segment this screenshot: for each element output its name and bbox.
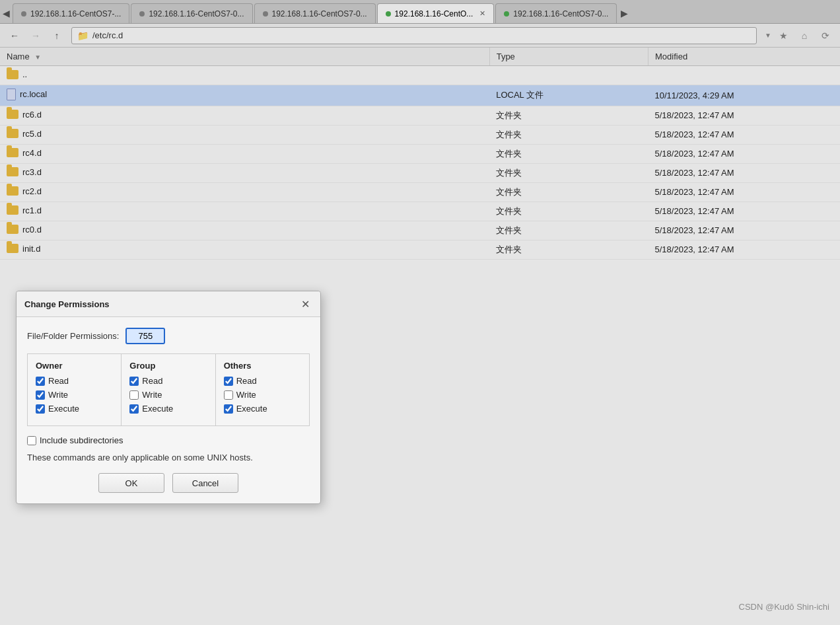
owner-write-row[interactable]: Write [36, 390, 113, 400]
owner-execute-label: Execute [48, 404, 79, 414]
perm-value-input[interactable] [125, 328, 165, 344]
owner-read-row[interactable]: Read [36, 376, 113, 386]
owner-read-checkbox[interactable] [36, 377, 45, 386]
owner-title: Owner [36, 361, 113, 371]
group-execute-row[interactable]: Execute [129, 404, 207, 414]
owner-write-label: Write [48, 390, 68, 400]
dialog-body: File/Folder Permissions: Owner Read Writ… [17, 317, 320, 503]
cancel-button[interactable]: Cancel [172, 473, 238, 493]
others-write-label: Write [236, 390, 256, 400]
group-execute-checkbox[interactable] [129, 404, 139, 414]
others-read-checkbox[interactable] [224, 377, 233, 386]
group-write-checkbox[interactable] [129, 390, 139, 400]
dialog-close-button[interactable]: ✕ [298, 297, 312, 311]
note-text: These commands are only applicable on so… [27, 452, 310, 464]
subdirs-checkbox[interactable] [27, 436, 36, 445]
group-write-row[interactable]: Write [129, 390, 207, 400]
group-read-row[interactable]: Read [129, 376, 207, 386]
dialog-title: Change Permissions [24, 299, 110, 309]
owner-write-checkbox[interactable] [36, 390, 45, 400]
owner-read-label: Read [48, 376, 69, 386]
others-read-row[interactable]: Read [224, 376, 301, 386]
dialog-overlay: Change Permissions ✕ File/Folder Permiss… [0, 0, 840, 625]
owner-execute-row[interactable]: Execute [36, 404, 113, 414]
change-permissions-dialog: Change Permissions ✕ File/Folder Permiss… [16, 291, 321, 504]
subdirs-label: Include subdirectories [40, 435, 123, 445]
others-execute-checkbox[interactable] [224, 404, 233, 414]
owner-execute-checkbox[interactable] [36, 404, 45, 414]
others-write-checkbox[interactable] [224, 390, 233, 400]
others-execute-row[interactable]: Execute [224, 404, 301, 414]
group-write-label: Write [142, 390, 162, 400]
perm-label: File/Folder Permissions: [27, 331, 119, 341]
dialog-buttons: OK Cancel [27, 473, 310, 496]
subdirs-row[interactable]: Include subdirectories [27, 435, 310, 445]
group-read-checkbox[interactable] [129, 377, 139, 386]
group-title: Group [129, 361, 207, 371]
permissions-row: File/Folder Permissions: [27, 328, 310, 344]
ok-button[interactable]: OK [98, 473, 164, 493]
group-section: Group Read Write Execute [122, 354, 215, 425]
dialog-title-bar: Change Permissions ✕ [17, 291, 320, 317]
group-read-label: Read [142, 376, 162, 386]
group-execute-label: Execute [142, 404, 173, 414]
others-execute-label: Execute [236, 404, 267, 414]
others-title: Others [224, 361, 301, 371]
others-read-label: Read [236, 376, 257, 386]
others-section: Others Read Write Execute [216, 354, 309, 425]
owner-section: Owner Read Write Execute [28, 354, 122, 425]
others-write-row[interactable]: Write [224, 390, 301, 400]
perm-sections: Owner Read Write Execute [27, 353, 310, 426]
